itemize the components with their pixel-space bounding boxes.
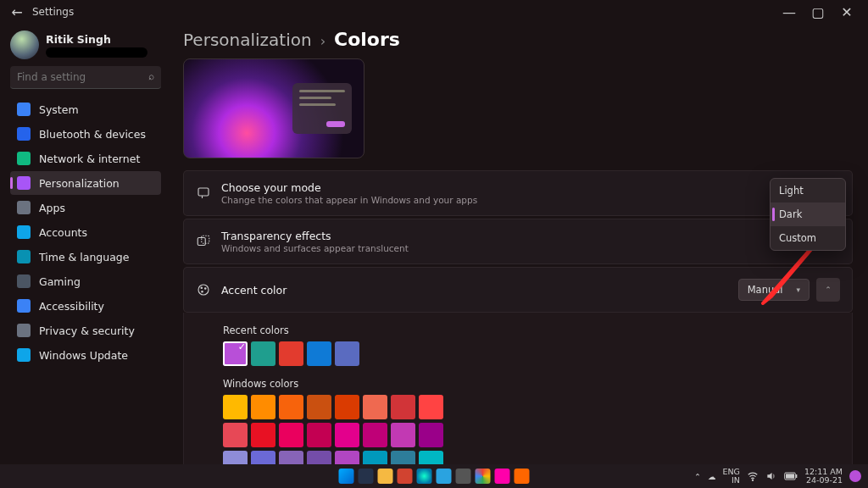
taskbar-app-icon[interactable] — [495, 469, 510, 484]
windows-color-swatch[interactable] — [335, 395, 359, 419]
battery-icon[interactable] — [784, 472, 798, 480]
windows-color-swatch[interactable] — [335, 423, 359, 447]
recent-color-swatch[interactable] — [279, 341, 303, 366]
taskbar-app-icon[interactable] — [378, 469, 393, 484]
brush-icon — [196, 186, 211, 201]
windows-color-swatch[interactable] — [391, 395, 415, 419]
taskbar-app-icon[interactable] — [417, 469, 432, 484]
sidebar-item-accounts[interactable]: Accounts — [10, 220, 161, 244]
page-title: Colors — [334, 29, 400, 50]
taskbar-center — [339, 469, 530, 484]
notifications-icon[interactable] — [849, 470, 861, 482]
search-input[interactable] — [10, 66, 161, 89]
windows-color-swatch[interactable] — [223, 451, 248, 464]
windows-color-swatch[interactable] — [223, 395, 248, 419]
svg-rect-10 — [796, 474, 797, 478]
sidebar-item-apps[interactable]: Apps — [10, 196, 161, 219]
sidebar-item-system[interactable]: System — [10, 97, 161, 121]
transparency-icon — [196, 234, 211, 249]
sidebar-item-accessibility[interactable]: Accessibility — [10, 294, 161, 318]
taskbar-app-icon[interactable] — [398, 469, 413, 484]
windows-color-swatch[interactable] — [279, 451, 303, 464]
main-content: Personalization › Colors Choose your mod… — [170, 24, 868, 464]
taskbar-app-icon[interactable] — [359, 469, 374, 484]
taskbar[interactable]: ⌃ ☁ ENG IN 12:11 AM 24-09-21 — [0, 464, 868, 488]
windows-color-swatch[interactable] — [363, 423, 387, 447]
maximize-button[interactable]: ▢ — [804, 2, 832, 22]
windows-color-swatch[interactable] — [391, 423, 415, 447]
windows-color-swatch[interactable] — [335, 451, 359, 464]
back-button[interactable]: ← — [7, 4, 27, 20]
mode-option-dark[interactable]: Dark — [771, 202, 845, 226]
sidebar-item-label: Gaming — [39, 275, 81, 288]
choose-mode-row[interactable]: Choose your mode Change the colors that … — [183, 170, 853, 216]
windows-color-swatch[interactable] — [419, 423, 443, 447]
search-box[interactable]: ⌕ — [10, 66, 161, 89]
sidebar-item-label: Windows Update — [39, 349, 128, 362]
volume-icon[interactable] — [765, 470, 777, 482]
accent-color-title: Accent color — [221, 284, 728, 297]
sidebar-item-bluetooth-devices[interactable]: Bluetooth & devices — [10, 122, 161, 146]
windows-colors-grid — [223, 395, 840, 464]
chevron-up-icon: ⌃ — [825, 286, 832, 294]
nav-icon — [17, 225, 31, 239]
recent-color-swatch[interactable] — [335, 341, 359, 366]
windows-color-swatch[interactable] — [363, 451, 387, 464]
svg-point-3 — [198, 285, 209, 295]
mode-option-custom[interactable]: Custom — [771, 226, 845, 250]
minimize-button[interactable]: — — [775, 2, 804, 22]
accent-mode-dropdown[interactable]: Manual ▾ — [738, 279, 810, 301]
window-title: Settings — [32, 6, 74, 18]
taskbar-app-icon[interactable] — [515, 469, 530, 484]
windows-color-swatch[interactable] — [251, 423, 275, 447]
collapse-button[interactable]: ⌃ — [816, 278, 840, 302]
tray-chevron-icon[interactable]: ⌃ — [694, 472, 701, 481]
windows-color-swatch[interactable] — [391, 451, 415, 464]
close-button[interactable]: ✕ — [832, 2, 861, 22]
sidebar-item-label: Bluetooth & devices — [39, 128, 146, 141]
breadcrumb-parent[interactable]: Personalization — [183, 30, 312, 50]
sidebar-item-windows-update[interactable]: Windows Update — [10, 343, 161, 367]
windows-color-swatch[interactable] — [251, 395, 275, 419]
accent-color-row: Accent color Manual ▾ ⌃ — [183, 267, 853, 313]
clock[interactable]: 12:11 AM 24-09-21 — [804, 468, 843, 485]
windows-color-swatch[interactable] — [307, 423, 331, 447]
sidebar-item-label: Accessibility — [39, 300, 104, 313]
choose-mode-subtitle: Change the colors that appear in Windows… — [221, 195, 840, 205]
windows-color-swatch[interactable] — [279, 395, 303, 419]
search-icon: ⌕ — [148, 70, 154, 82]
onedrive-icon[interactable]: ☁ — [708, 472, 716, 481]
svg-rect-0 — [198, 188, 209, 196]
sidebar-item-network-internet[interactable]: Network & internet — [10, 147, 161, 170]
recent-color-swatch[interactable] — [223, 341, 248, 366]
windows-color-swatch[interactable] — [307, 451, 331, 464]
choose-mode-title: Choose your mode — [221, 181, 840, 194]
taskbar-app-icon[interactable] — [456, 469, 471, 484]
mode-option-light[interactable]: Light — [771, 179, 845, 202]
mode-dropdown-popup: LightDarkCustom — [770, 178, 846, 251]
sidebar-item-gaming[interactable]: Gaming — [10, 269, 161, 293]
windows-color-swatch[interactable] — [419, 451, 443, 464]
taskbar-app-icon[interactable] — [476, 469, 491, 484]
taskbar-app-icon[interactable] — [437, 469, 452, 484]
nav-icon — [17, 250, 31, 263]
transparency-subtitle: Windows and surfaces appear translucent — [221, 243, 781, 253]
wifi-icon[interactable] — [747, 470, 759, 482]
sidebar-item-privacy-security[interactable]: Privacy & security — [10, 319, 161, 342]
start-button[interactable] — [339, 469, 354, 484]
windows-color-swatch[interactable] — [279, 423, 303, 447]
windows-color-swatch[interactable] — [307, 395, 331, 419]
windows-color-swatch[interactable] — [223, 423, 248, 447]
sidebar-item-time-language[interactable]: Time & language — [10, 245, 161, 269]
theme-preview — [183, 58, 364, 158]
windows-color-swatch[interactable] — [419, 395, 443, 419]
windows-color-swatch[interactable] — [251, 451, 275, 464]
sidebar-item-label: Network & internet — [39, 152, 140, 165]
recent-color-swatch[interactable] — [251, 341, 275, 366]
recent-color-swatch[interactable] — [307, 341, 331, 366]
language-indicator[interactable]: ENG IN — [722, 468, 739, 485]
user-account[interactable]: Ritik Singh — [10, 30, 161, 59]
sidebar-item-personalization[interactable]: Personalization — [10, 171, 161, 195]
nav-icon — [17, 348, 31, 362]
windows-color-swatch[interactable] — [363, 395, 387, 419]
